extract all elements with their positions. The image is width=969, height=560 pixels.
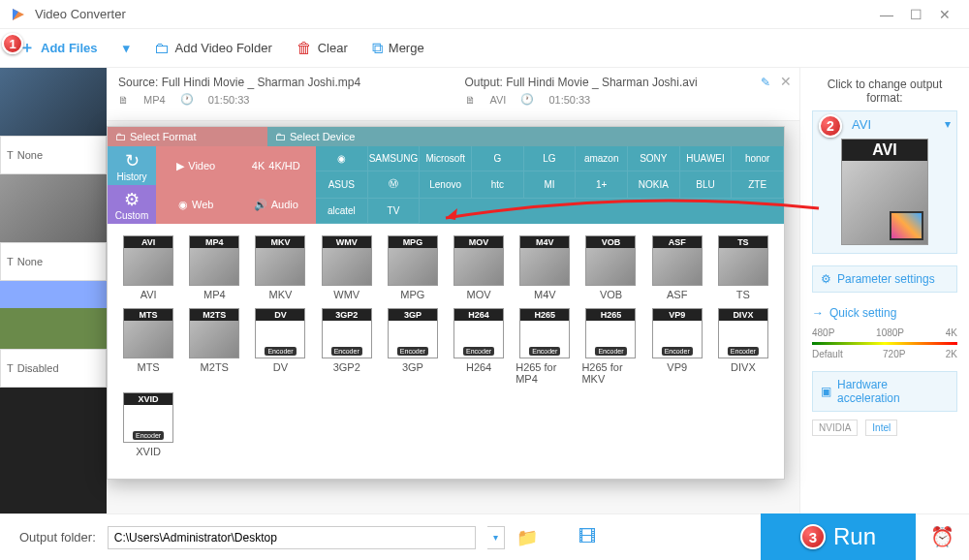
quick-setting: →Quick setting 480P1080P4K Default720P2K (812, 306, 957, 359)
type-4k[interactable]: 4K4K/HD (236, 146, 317, 185)
format-item-h265-for-mkv[interactable]: H265EncoderH265 for MKV (579, 306, 641, 387)
format-item-mov[interactable]: MOVMOV (448, 233, 510, 302)
edit-icon[interactable]: ✎ (761, 76, 770, 89)
clock-icon: 🕐 (180, 93, 194, 106)
output-format-selector[interactable]: 2 AVI ▾ AVI (812, 110, 957, 254)
brand-SAMSUNG[interactable]: SAMSUNG (368, 146, 421, 171)
brand-0[interactable]: ◉ (316, 146, 368, 171)
callout-badge-1: 1 (2, 33, 23, 54)
format-item-mts[interactable]: MTSMTS (117, 306, 179, 387)
format-item-m2ts[interactable]: M2TSM2TS (183, 306, 245, 387)
format-item-mpg[interactable]: MPGMPG (382, 233, 444, 302)
thumbnail-item[interactable]: TNone (0, 174, 107, 281)
merge-icon: ⧉ (372, 40, 383, 57)
brand-1+[interactable]: 1+ (576, 171, 628, 200)
format-item-h265-for-mp4[interactable]: H265EncoderH265 for MP4 (514, 306, 576, 387)
sliders-icon: ⚙ (821, 272, 831, 286)
brand-BLU[interactable]: BLU (680, 171, 733, 200)
app-logo-icon (10, 6, 27, 23)
folder-dropdown[interactable]: ▾ (487, 526, 505, 549)
format-grid: AVIAVIMP4MP4MKVMKVWMVWMVMPGMPGMOVMOVM4VM… (108, 224, 784, 479)
format-item-asf[interactable]: ASFASF (646, 233, 708, 302)
quality-slider[interactable] (812, 342, 957, 345)
run-button[interactable]: 3 Run (761, 513, 916, 560)
chevron-down-icon: ▾ (945, 117, 951, 131)
thumbnail-item[interactable]: TNone (0, 68, 107, 174)
brand-G[interactable]: G (472, 146, 524, 171)
source-cell: Source: Full Hindi Movie _ Sharman Joshi… (107, 68, 453, 120)
format-item-wmv[interactable]: WMVWMV (316, 233, 378, 302)
format-item-xvid[interactable]: XVIDEncoderXVID (117, 390, 179, 459)
parameter-settings-button[interactable]: ⚙ Parameter settings (812, 265, 957, 293)
brand-MI[interactable]: MI (524, 171, 577, 200)
chevron-down-icon[interactable]: ▾ (123, 41, 130, 55)
brand-amazon[interactable]: amazon (576, 146, 628, 171)
titlebar: Video Converter — ☐ ✕ (0, 0, 969, 29)
output-folder-input[interactable] (108, 526, 476, 549)
format-item-ts[interactable]: TSTS (712, 233, 774, 302)
format-item-mkv[interactable]: MKVMKV (249, 233, 311, 302)
format-panel: 🗀Select Format 🗀Select Device ↻History ⚙… (107, 126, 785, 480)
output-folder-label: Output folder: (19, 530, 96, 544)
clear-button[interactable]: 🗑 Clear (297, 40, 348, 57)
format-item-h264[interactable]: H264EncoderH264 (448, 306, 510, 387)
brand-grid: ◉SAMSUNGMicrosoftGLGamazonSONYHUAWEIhono… (316, 146, 784, 224)
file-icon: 🗎 (465, 94, 476, 106)
select-format-tab[interactable]: 🗀Select Format (108, 127, 267, 146)
format-item-divx[interactable]: DIVXEncoderDIVX (712, 306, 774, 387)
minimize-button[interactable]: — (872, 7, 901, 22)
add-files-button[interactable]: 1 ＋ Add Files ▾ (19, 38, 130, 58)
chip-icon: ▣ (821, 385, 831, 398)
schedule-icon[interactable]: ⏰ (930, 525, 954, 548)
merge-button[interactable]: ⧉ Merge (372, 40, 424, 57)
thumbnail-item[interactable]: TDisabled (0, 281, 107, 388)
brand-htc[interactable]: htc (472, 171, 524, 200)
app-title: Video Converter (35, 7, 872, 21)
format-item-3gp2[interactable]: 3GP2Encoder3GP2 (316, 306, 378, 387)
format-item-vp9[interactable]: VP9EncoderVP9 (646, 306, 708, 387)
format-item-dv[interactable]: DVEncoderDV (249, 306, 311, 387)
brand-HUAWEI[interactable]: HUAWEI (680, 146, 733, 171)
clock-icon: 🕐 (520, 93, 534, 106)
maximize-button[interactable]: ☐ (901, 7, 930, 22)
output-cell: Output: Full Hindi Movie _ Sharman Joshi… (453, 68, 800, 120)
brand-Microsoft[interactable]: Microsoft (420, 146, 472, 171)
trash-icon: 🗑 (297, 40, 312, 57)
close-button[interactable]: ✕ (930, 7, 959, 22)
callout-badge-2: 2 (819, 114, 842, 138)
nvidia-badge: NVIDIA (812, 420, 858, 436)
brand-Lenovo[interactable]: Lenovo (420, 171, 472, 200)
hardware-accel-button[interactable]: ▣ Hardware acceleration (812, 371, 957, 412)
format-item-mp4[interactable]: MP4MP4 (183, 233, 245, 302)
brand-honor[interactable]: honor (732, 146, 784, 171)
toolbar: 1 ＋ Add Files ▾ 🗀 Add Video Folder 🗑 Cle… (0, 29, 969, 68)
brand-alcatel[interactable]: alcatel (316, 199, 368, 224)
brand-NOKIA[interactable]: NOKIA (628, 171, 680, 200)
brand-LG[interactable]: LG (524, 146, 577, 171)
brand-10[interactable]: Ⓜ (368, 171, 421, 200)
film-icon[interactable]: 🎞 (578, 527, 596, 547)
right-panel: Click to change output format: 2 AVI ▾ A… (799, 68, 969, 513)
format-item-vob[interactable]: VOBVOB (579, 233, 641, 302)
brand-ZTE[interactable]: ZTE (732, 171, 784, 200)
select-device-tab[interactable]: 🗀Select Device (267, 127, 784, 146)
format-item-m4v[interactable]: M4VM4V (514, 233, 576, 302)
remove-file-button[interactable]: ✕ (780, 74, 792, 89)
format-preview: AVI (841, 139, 928, 245)
change-format-label: Click to change output format: (812, 78, 957, 105)
open-folder-icon[interactable]: 📁 (516, 527, 538, 548)
type-audio[interactable]: 🔊Audio (236, 185, 317, 224)
history-tab[interactable]: ↻History (108, 146, 156, 185)
brand-ASUS[interactable]: ASUS (316, 171, 368, 200)
callout-badge-3: 3 (800, 524, 826, 549)
format-item-avi[interactable]: AVIAVI (117, 233, 179, 302)
type-video[interactable]: ▶Video (156, 146, 236, 185)
file-icon: 🗎 (118, 94, 129, 106)
brand-TV[interactable]: TV (368, 199, 421, 224)
custom-tab[interactable]: ⚙Custom (108, 185, 156, 224)
add-folder-button[interactable]: 🗀 Add Video Folder (154, 40, 272, 57)
format-item-3gp[interactable]: 3GPEncoder3GP (382, 306, 444, 387)
type-web[interactable]: ◉Web (156, 185, 236, 224)
file-row: Source: Full Hindi Movie _ Sharman Joshi… (107, 68, 799, 121)
brand-SONY[interactable]: SONY (628, 146, 680, 171)
